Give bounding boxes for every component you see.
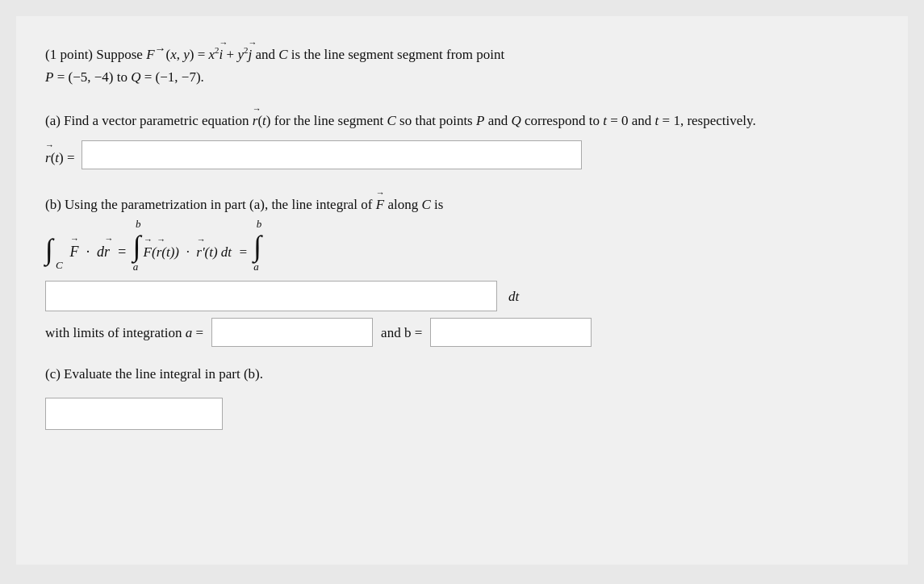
part-a-answer-row: r→(t) = <box>45 140 879 169</box>
integral-equation-line: ∫ C F→ · dr→ = b ∫ a F→(r→(t)) · r→'(t) … <box>45 223 879 276</box>
part-a-text: (a) Find a vector parametric equation r→… <box>45 105 879 132</box>
r-t-input[interactable] <box>82 140 582 169</box>
integral-ab-upper1: b ∫ a <box>133 216 141 276</box>
part-b-text: (b) Using the parametrization in part (a… <box>45 189 879 216</box>
integral-c-expr: F→ · dr→ = <box>70 236 131 264</box>
part-c-text: (c) Evaluate the line integral in part (… <box>45 363 879 385</box>
part-c-input[interactable] <box>45 398 223 430</box>
integral-c-sub: C <box>56 257 63 274</box>
limit-a-input[interactable] <box>211 318 373 347</box>
problem-header: (1 point) Suppose F→(x, y) = x2i→ + y2j→… <box>45 39 879 89</box>
part-c-section: (c) Evaluate the line integral in part (… <box>45 363 879 430</box>
integrand-input[interactable] <box>45 281 497 311</box>
part-a-section: (a) Find a vector parametric equation r→… <box>45 105 879 169</box>
integral-ab-expr: F→(r→(t)) · r→'(t) dt = <box>144 236 252 263</box>
r-label: r→(t) = <box>45 142 75 169</box>
and-b-label: and b = <box>381 322 422 344</box>
dt-label: dt <box>508 286 519 307</box>
main-container: (1 point) Suppose F→(x, y) = x2i→ + y2j→… <box>16 16 908 565</box>
limit-b-input[interactable] <box>430 318 592 347</box>
limits-a-label: with limits of integration a = <box>45 322 203 344</box>
limits-row: with limits of integration a = and b = <box>45 318 879 347</box>
problem-point: (1 point) Suppose F→(x, y) = x2i→ + y2j→… <box>45 47 504 62</box>
problem-points: P = (−5, −4) to Q = (−1, −7). <box>45 69 204 85</box>
integral-ab-upper2: b ∫ a <box>253 216 261 276</box>
integral-c-symbol: ∫ <box>45 235 53 264</box>
part-b-section: (b) Using the parametrization in part (a… <box>45 189 879 347</box>
integrand-answer-row: dt <box>45 281 879 311</box>
